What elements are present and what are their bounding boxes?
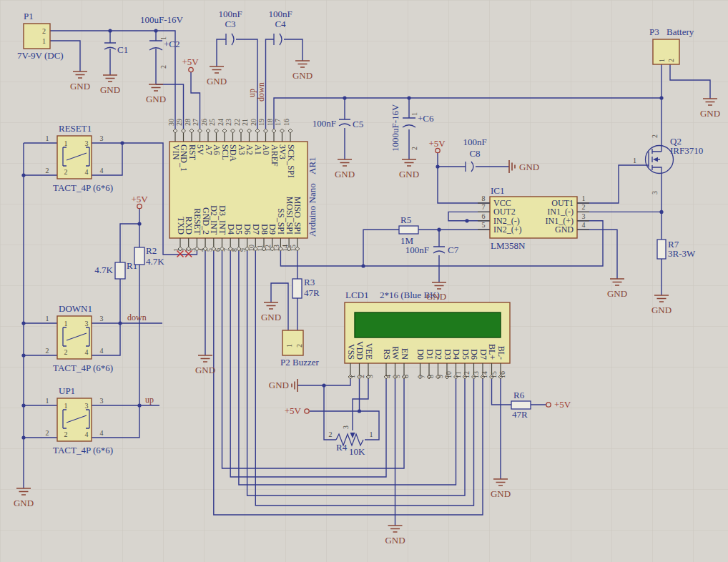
- sw2-ext1: 1: [46, 315, 49, 322]
- svg-text:D7: D7: [478, 349, 488, 360]
- sw2-in1: 1: [64, 320, 68, 327]
- c6-value: 1000uF-16V: [390, 104, 400, 152]
- svg-text:13: 13: [472, 371, 480, 378]
- svg-text:3: 3: [189, 248, 197, 252]
- p2-ref: P2 Buzzer: [280, 357, 319, 368]
- sw2-ext4: 4: [100, 347, 104, 355]
- sw3-in4: 4: [85, 430, 89, 438]
- net-label-up-vertical: up: [247, 89, 257, 97]
- ic1-value: LM358N: [491, 240, 526, 251]
- r5-ref: R5: [400, 215, 411, 225]
- svg-text:24: 24: [217, 119, 225, 126]
- svg-text:2: 2: [358, 375, 365, 378]
- power-5v-ic1-label: +5V: [428, 138, 446, 149]
- sw2-ref: DOWN1: [59, 303, 92, 314]
- c8-value: 100nF: [463, 137, 486, 147]
- c2-value: 100uF-16V: [140, 14, 184, 25]
- svg-text:8: 8: [427, 375, 435, 378]
- svg-text:1: 1: [348, 375, 356, 378]
- svg-text:2: 2: [582, 203, 586, 211]
- ar1-ref: AR1: [307, 157, 318, 174]
- svg-text:VDD: VDD: [355, 341, 365, 360]
- svg-text:GND: GND: [195, 365, 215, 375]
- svg-text:9: 9: [436, 375, 444, 378]
- svg-text:26: 26: [200, 119, 208, 126]
- net-label-up: up: [145, 395, 154, 405]
- svg-text:7: 7: [418, 375, 426, 378]
- c3-ref: C3: [225, 19, 235, 29]
- svg-text:12: 12: [463, 371, 471, 378]
- lcd-display-area: [355, 312, 501, 337]
- svg-text:GND: GND: [491, 488, 511, 499]
- svg-text:16: 16: [282, 119, 290, 126]
- svg-text:GND: GND: [292, 70, 313, 81]
- p3-ref: P3: [649, 26, 659, 37]
- q2-pin3: 3: [651, 191, 659, 194]
- svg-text:12: 12: [264, 245, 272, 252]
- sw3-in2: 2: [64, 430, 68, 438]
- q2-pin1: 1: [633, 157, 636, 164]
- svg-text:4: 4: [384, 375, 392, 378]
- svg-text:GND: GND: [385, 535, 405, 546]
- sw1-in2: 2: [64, 168, 68, 176]
- svg-text:GND: GND: [14, 498, 34, 508]
- p1-ref: P1: [24, 11, 34, 21]
- c7-ref: C7: [448, 245, 459, 255]
- r4-pin2: 2: [329, 430, 333, 438]
- c1-ref: C1: [117, 44, 128, 55]
- svg-text:D0: D0: [415, 349, 426, 360]
- sw1-ext4: 4: [100, 167, 104, 174]
- svg-text:9: 9: [239, 248, 247, 252]
- sw3-value: TACT_4P (6*6): [53, 445, 113, 455]
- power-5v-top-label: +5V: [182, 56, 199, 67]
- svg-text:16: 16: [498, 371, 506, 378]
- svg-text:BL-: BL-: [496, 346, 506, 360]
- svg-text:14: 14: [281, 245, 289, 252]
- svg-text:GND: GND: [651, 305, 672, 315]
- svg-text:D2: D2: [433, 349, 443, 360]
- sw1-in4: 4: [85, 168, 89, 176]
- sw3-ext4: 4: [100, 429, 104, 437]
- svg-text:GND: GND: [100, 84, 120, 95]
- svg-text:GND: GND: [261, 312, 281, 322]
- net-label-down: down: [127, 312, 147, 322]
- lcd1-ref: LCD1: [345, 290, 369, 300]
- svg-text:5: 5: [205, 248, 213, 252]
- r4-pin1: 1: [370, 430, 373, 438]
- svg-text:11: 11: [454, 371, 462, 378]
- power-5v-pot-label: +5V: [285, 405, 302, 416]
- c5-ref: C5: [353, 119, 363, 129]
- svg-text:6: 6: [214, 248, 222, 252]
- schematic-sheet: P1 2 1 7V-9V (DC) C1 +C2 100uF-16V 1 2 +…: [0, 0, 728, 562]
- svg-text:3: 3: [582, 212, 586, 220]
- svg-text:7: 7: [482, 203, 486, 211]
- svg-text:25: 25: [208, 119, 216, 126]
- p2-pin1: 1: [285, 344, 293, 347]
- r2-ref: R2: [146, 245, 157, 256]
- svg-text:5: 5: [393, 375, 401, 378]
- sw2-in4: 4: [85, 348, 89, 356]
- svg-text:4: 4: [197, 248, 205, 252]
- svg-text:15: 15: [490, 371, 498, 378]
- r3-value: 47R: [304, 287, 320, 298]
- p2-pin2: 2: [295, 344, 303, 347]
- ic1-ref: IC1: [491, 185, 505, 196]
- svg-text:30: 30: [167, 119, 175, 126]
- r4-value: 10K: [349, 446, 365, 457]
- svg-text:19: 19: [257, 119, 265, 126]
- svg-text:GND: GND: [207, 76, 227, 87]
- r7-value: 3R-3W: [668, 248, 696, 259]
- sw3-in1: 1: [64, 402, 68, 410]
- r6-value: 47R: [512, 409, 528, 420]
- schematic-canvas[interactable]: P1 2 1 7V-9V (DC) C1 +C2 100uF-16V 1 2 +…: [0, 0, 728, 562]
- svg-text:10: 10: [247, 245, 255, 252]
- sw1-in3: 3: [85, 139, 89, 147]
- power-5v-backlight-label: +5V: [554, 399, 571, 410]
- svg-text:8: 8: [482, 194, 486, 202]
- svg-text:GND: GND: [70, 81, 90, 92]
- svg-text:22: 22: [233, 119, 241, 126]
- sw1-ext1: 1: [46, 134, 49, 142]
- svg-text:6: 6: [402, 375, 410, 378]
- sw2-value: TACT_4P (6*6): [53, 363, 113, 373]
- gnd-c8-label: GND: [519, 162, 539, 172]
